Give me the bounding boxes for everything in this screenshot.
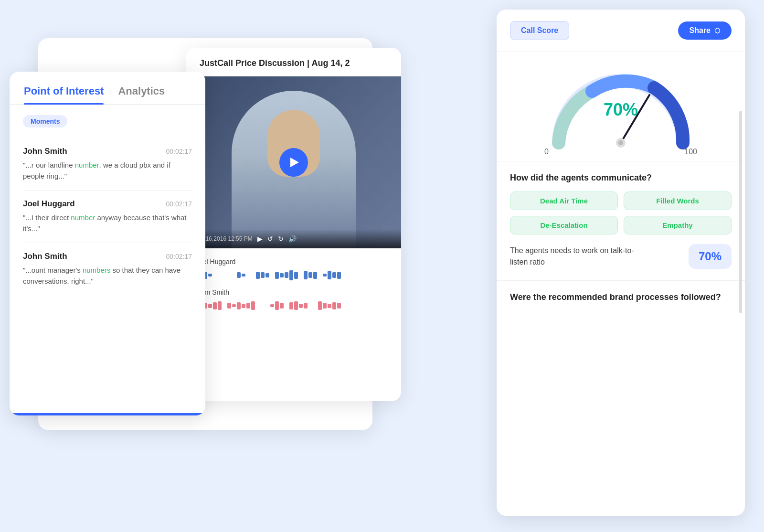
moment-text-1: "...r our landline number, we a cloud pb… xyxy=(23,160,192,181)
video-player: Aug 16,2016 12:55 PM ▶ ↺ ↻ 🔊 xyxy=(186,76,401,248)
waveform-row-2: John Smith xyxy=(196,288,392,312)
tab-analytics[interactable]: Analytics xyxy=(118,85,165,104)
waveform-block xyxy=(318,301,322,310)
share-icon: ⬡ xyxy=(714,27,720,34)
waveform-block xyxy=(246,303,250,309)
waveform-block xyxy=(265,273,269,277)
waveform-block xyxy=(289,302,293,309)
waveform-block xyxy=(232,304,236,307)
waveform-block xyxy=(251,301,255,310)
right-header: Call Score Share ⬡ xyxy=(497,10,745,52)
waveform-block xyxy=(256,272,260,279)
gauge-section: 70% 0 100 xyxy=(497,52,745,161)
waveform-block xyxy=(304,271,308,279)
poi-card: Point of Interest Analytics Moments John… xyxy=(10,72,205,415)
moment-time-3: 00:02:17 xyxy=(166,253,192,260)
call-score-badge: Call Score xyxy=(510,21,569,40)
moment-name-1: John Smith xyxy=(23,147,67,156)
waveform-block xyxy=(237,272,241,278)
moment-item: John Smith 00:02:17 "...r our landline n… xyxy=(23,138,192,191)
waveform-block xyxy=(332,272,336,278)
tag-empathy[interactable]: Empathy xyxy=(624,216,732,234)
ratio-value: 70% xyxy=(689,244,732,269)
gauge-container: 70% xyxy=(544,62,697,152)
waveform-block xyxy=(294,301,298,310)
waveform-blocks-2 xyxy=(199,301,392,310)
waveform-block xyxy=(280,273,284,277)
svg-point-2 xyxy=(618,140,623,145)
moment-text-3: "...ount manager's numbers so that they … xyxy=(23,265,192,287)
moment-header-2: Joel Huggard 00:02:17 xyxy=(23,199,192,209)
waveform-label-2: John Smith xyxy=(196,288,392,296)
waveform-bar-2 xyxy=(196,299,392,312)
tag-dead-air-time[interactable]: Dead Air Time xyxy=(510,192,618,210)
moment-item-3: John Smith 00:02:17 "...ount manager's n… xyxy=(23,243,192,295)
video-card: JustCall Price Discussion | Aug 14, 2 Au… xyxy=(186,48,401,401)
waveform-label-1: Joel Huggard xyxy=(196,258,392,266)
waveform-block xyxy=(308,272,312,278)
volume-icon[interactable]: 🔊 xyxy=(288,235,297,243)
brand-section: Were the recommended brand processes fol… xyxy=(497,280,745,314)
waveform-block xyxy=(328,271,331,279)
waveform-block xyxy=(299,304,303,308)
gauge-value: 70% xyxy=(604,100,638,120)
waveform-block xyxy=(275,301,279,310)
waveform-block xyxy=(208,304,212,308)
waveform-block xyxy=(242,274,245,277)
waveform-block xyxy=(285,272,288,278)
waveform-block xyxy=(328,304,331,308)
moment-name-2: Joel Huggard xyxy=(23,199,75,209)
waveform-block xyxy=(261,272,265,278)
brand-title: Were the recommended brand processes fol… xyxy=(510,292,732,302)
moment-text-2: "...I their direct number anyway because… xyxy=(23,213,192,234)
play-ctrl-icon[interactable]: ▶ xyxy=(257,235,263,243)
poi-body: Moments John Smith 00:02:17 "...r our la… xyxy=(10,105,205,306)
moment-name-3: John Smith xyxy=(23,252,67,261)
waveform-block xyxy=(332,302,336,309)
poi-tabs: Point of Interest Analytics xyxy=(10,72,205,105)
comm-section: How did the agents communicate? Dead Air… xyxy=(497,161,745,280)
comm-title: How did the agents communicate? xyxy=(510,173,732,183)
moment-header-1: John Smith 00:02:17 xyxy=(23,147,192,156)
waveform-block xyxy=(208,274,212,277)
waveform-block xyxy=(337,303,341,309)
scrollbar[interactable] xyxy=(739,111,742,313)
waveform-block xyxy=(275,272,279,279)
share-label: Share xyxy=(690,26,711,35)
waveform-block xyxy=(337,272,341,279)
ratio-section: The agents needs to work on talk-to-list… xyxy=(510,244,732,269)
waveform-section: Joel Huggard John Smith xyxy=(186,248,401,329)
waveform-block xyxy=(213,302,217,309)
waveform-row-1: Joel Huggard xyxy=(196,258,392,282)
waveform-block xyxy=(304,303,308,309)
tag-de-escalation[interactable]: De-Escalation xyxy=(510,216,618,234)
waveform-blocks-1 xyxy=(199,270,392,280)
rewind-icon[interactable]: ↺ xyxy=(267,235,273,243)
video-controls: Aug 16,2016 12:55 PM ▶ ↺ ↻ 🔊 xyxy=(186,229,401,248)
waveform-block xyxy=(270,304,274,307)
moments-badge: Moments xyxy=(23,115,67,128)
tab-point-of-interest[interactable]: Point of Interest xyxy=(24,85,104,104)
comm-tags: Dead Air Time Filled Words De-Escalation… xyxy=(510,192,732,234)
waveform-block xyxy=(323,274,327,277)
video-title: JustCall Price Discussion | Aug 14, 2 xyxy=(186,48,401,76)
ratio-text: The agents needs to work on talk-to-list… xyxy=(510,245,644,268)
share-button[interactable]: Share ⬡ xyxy=(678,21,732,40)
moment-time-2: 00:02:17 xyxy=(166,200,192,208)
waveform-block xyxy=(294,272,298,279)
waveform-block xyxy=(313,272,317,279)
waveform-block xyxy=(227,303,231,309)
waveform-block xyxy=(280,303,284,309)
waveform-block xyxy=(323,303,327,309)
right-panel: Call Score Share ⬡ xyxy=(497,10,745,516)
waveform-block xyxy=(218,301,222,310)
waveform-block xyxy=(237,302,241,309)
waveform-block xyxy=(289,270,293,280)
forward-icon[interactable]: ↻ xyxy=(278,235,284,243)
moment-item-2: Joel Huggard 00:02:17 "...I their direct… xyxy=(23,191,192,243)
waveform-bar-1 xyxy=(196,268,392,282)
tag-filled-words[interactable]: Filled Words xyxy=(624,192,732,210)
moment-time-1: 00:02:17 xyxy=(166,148,192,155)
moment-header-3: John Smith 00:02:17 xyxy=(23,252,192,261)
play-button[interactable] xyxy=(279,148,308,177)
